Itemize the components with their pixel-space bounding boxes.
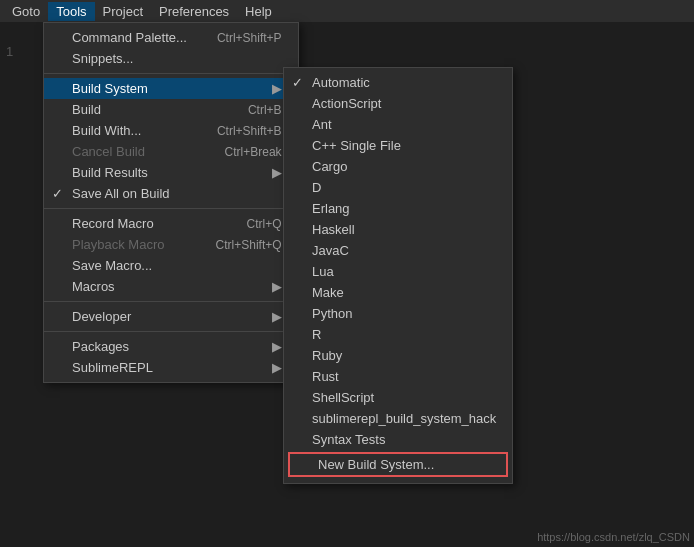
separator-1 [44,73,298,74]
submenu-arrow-build-results: ▶ [262,165,282,180]
menu-item-sublimerepl-label: SublimeREPL [72,360,153,375]
submenu-r-label: R [312,327,321,342]
menubar-help[interactable]: Help [237,2,280,21]
submenu-d-label: D [312,180,321,195]
menu-item-build-results-label: Build Results [72,165,148,180]
submenu-arrow-packages: ▶ [262,339,282,354]
menu-item-playback-macro-label: Playback Macro [72,237,164,252]
menu-item-cancel-build: Cancel Build Ctrl+Break [44,141,298,162]
submenu-cpp-label: C++ Single File [312,138,401,153]
menu-item-cancel-build-shortcut: Ctrl+Break [195,145,282,159]
submenu-make-label: Make [312,285,344,300]
menu-item-build-label: Build [72,102,101,117]
menu-item-command-palette-shortcut: Ctrl+Shift+P [187,31,282,45]
submenu-rust-label: Rust [312,369,339,384]
menubar-tools[interactable]: Tools [48,2,94,21]
submenu-lua-label: Lua [312,264,334,279]
submenu-ant-label: Ant [312,117,332,132]
menubar-preferences[interactable]: Preferences [151,2,237,21]
tools-menu: Command Palette... Ctrl+Shift+P Snippets… [43,22,299,383]
menu-item-record-macro[interactable]: Record Macro Ctrl+Q [44,213,298,234]
separator-3 [44,301,298,302]
menu-item-command-palette[interactable]: Command Palette... Ctrl+Shift+P [44,27,298,48]
submenu-actionscript-label: ActionScript [312,96,381,111]
menu-item-sublimerepl[interactable]: SublimeREPL ▶ [44,357,298,378]
submenu-arrow-build-system: ▶ [262,81,282,96]
line-number: 1 [6,44,13,59]
submenu-new-build-system[interactable]: New Build System... [288,452,508,477]
build-system-submenu: ✓ Automatic ActionScript Ant C++ Single … [283,67,513,484]
menu-item-packages[interactable]: Packages ▶ [44,336,298,357]
menu-item-build-shortcut: Ctrl+B [218,103,282,117]
menu-item-command-palette-label: Command Palette... [72,30,187,45]
menu-item-build-with-label: Build With... [72,123,141,138]
submenu-new-build-label: New Build System... [318,457,434,472]
menubar-goto[interactable]: Goto [4,2,48,21]
submenu-javac-label: JavaC [312,243,349,258]
submenu-javac[interactable]: JavaC [284,240,512,261]
checkmark-save-all: ✓ [52,186,63,201]
submenu-ruby-label: Ruby [312,348,342,363]
submenu-make[interactable]: Make [284,282,512,303]
menu-item-macros[interactable]: Macros ▶ [44,276,298,297]
menu-item-snippets-label: Snippets... [72,51,133,66]
separator-4 [44,331,298,332]
submenu-cargo[interactable]: Cargo [284,156,512,177]
submenu-arrow-developer: ▶ [262,309,282,324]
submenu-automatic-label: Automatic [312,75,370,90]
submenu-syntax-tests[interactable]: Syntax Tests [284,429,512,450]
menu-item-build-results[interactable]: Build Results ▶ [44,162,298,183]
submenu-ant[interactable]: Ant [284,114,512,135]
check-automatic: ✓ [292,75,303,90]
submenu-sublimerepl-hack[interactable]: sublimerepl_build_system_hack [284,408,512,429]
menu-item-build[interactable]: Build Ctrl+B [44,99,298,120]
menubar: Goto Tools Project Preferences Help [0,0,694,22]
submenu-python[interactable]: Python [284,303,512,324]
submenu-shellscript[interactable]: ShellScript [284,387,512,408]
separator-2 [44,208,298,209]
submenu-d[interactable]: D [284,177,512,198]
menu-item-record-macro-label: Record Macro [72,216,154,231]
submenu-haskell[interactable]: Haskell [284,219,512,240]
menu-item-packages-label: Packages [72,339,129,354]
submenu-erlang[interactable]: Erlang [284,198,512,219]
dropdown-container: Command Palette... Ctrl+Shift+P Snippets… [43,22,299,383]
submenu-ruby[interactable]: Ruby [284,345,512,366]
submenu-actionscript[interactable]: ActionScript [284,93,512,114]
menu-item-developer-label: Developer [72,309,131,324]
menu-item-macros-label: Macros [72,279,115,294]
menu-item-playback-macro-shortcut: Ctrl+Shift+Q [186,238,282,252]
menu-item-save-macro-label: Save Macro... [72,258,152,273]
menu-item-developer[interactable]: Developer ▶ [44,306,298,327]
submenu-r[interactable]: R [284,324,512,345]
build-system-submenu-container: ✓ Automatic ActionScript Ant C++ Single … [283,67,513,484]
menu-item-build-system-label: Build System [72,81,148,96]
menu-item-cancel-build-label: Cancel Build [72,144,145,159]
submenu-lua[interactable]: Lua [284,261,512,282]
menu-item-save-macro[interactable]: Save Macro... [44,255,298,276]
submenu-arrow-macros: ▶ [262,279,282,294]
submenu-automatic[interactable]: ✓ Automatic [284,72,512,93]
submenu-cpp-single-file[interactable]: C++ Single File [284,135,512,156]
submenu-arrow-sublimerepl: ▶ [262,360,282,375]
submenu-shellscript-label: ShellScript [312,390,374,405]
menubar-project[interactable]: Project [95,2,151,21]
submenu-python-label: Python [312,306,352,321]
submenu-erlang-label: Erlang [312,201,350,216]
submenu-cargo-label: Cargo [312,159,347,174]
menu-item-save-all-label: Save All on Build [72,186,170,201]
submenu-rust[interactable]: Rust [284,366,512,387]
submenu-syntax-tests-label: Syntax Tests [312,432,385,447]
menu-item-record-macro-shortcut: Ctrl+Q [217,217,282,231]
menu-item-snippets[interactable]: Snippets... [44,48,298,69]
menu-item-playback-macro: Playback Macro Ctrl+Shift+Q [44,234,298,255]
menu-item-save-all-on-build[interactable]: ✓ Save All on Build [44,183,298,204]
menu-item-build-with-shortcut: Ctrl+Shift+B [187,124,282,138]
submenu-sublimerepl-hack-label: sublimerepl_build_system_hack [312,411,496,426]
menu-item-build-system[interactable]: Build System ▶ [44,78,298,99]
submenu-haskell-label: Haskell [312,222,355,237]
menu-item-build-with[interactable]: Build With... Ctrl+Shift+B [44,120,298,141]
bottom-url: https://blog.csdn.net/zlq_CSDN [537,531,690,543]
